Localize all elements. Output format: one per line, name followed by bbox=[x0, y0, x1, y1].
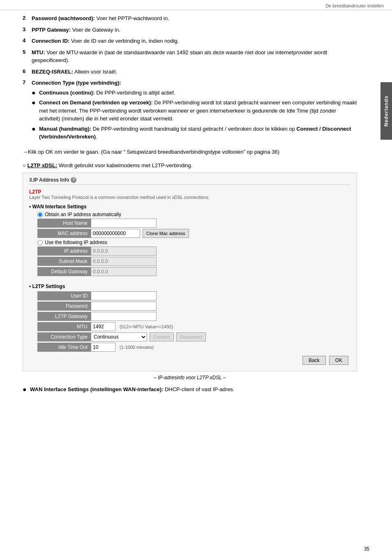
item-4-text: Voer de ID van de verbinding in, indien … bbox=[71, 38, 179, 44]
item-6: 6 BEZEQ-ISRAEL: Alleen voor Israël. bbox=[23, 68, 357, 76]
connection-type-select[interactable]: Continuous Connect on Demand Manual bbox=[91, 332, 147, 341]
idle-timeout-input[interactable] bbox=[91, 343, 115, 352]
l2tp-settings-header: L2TP Settings bbox=[29, 284, 350, 289]
l2tp-settings-section: L2TP Settings User ID Password bbox=[29, 284, 350, 352]
mtu-input[interactable] bbox=[91, 322, 115, 331]
idle-timeout-row: Idle Time Out (1-1000 minutes) bbox=[37, 343, 350, 352]
wan-section-header: WAN Interface Settings bbox=[29, 204, 350, 210]
userid-input[interactable] bbox=[91, 291, 157, 300]
page-container: De breedbandrouter instellen Nederlands … bbox=[0, 0, 392, 558]
page-number: 35 bbox=[364, 546, 369, 552]
connection-type-label[interactable]: Connection Type bbox=[37, 332, 91, 341]
title-divider bbox=[29, 184, 350, 185]
item-number-2: 2 bbox=[23, 14, 32, 21]
subnet-mask-row: Subnet Mask bbox=[37, 257, 350, 266]
mac-input[interactable] bbox=[91, 229, 140, 238]
item-3-text: Voer de Gateway in. bbox=[72, 27, 120, 33]
sidebar-language-label: Nederlands bbox=[380, 82, 392, 140]
obtain-ip-label: Obtain an IP address automatically bbox=[45, 212, 121, 217]
item-5: 5 MTU: Voer de MTU-waarde in (laat de st… bbox=[23, 48, 357, 65]
hostname-row: Host Name bbox=[37, 219, 350, 228]
item-2-label: Password (wachtwoord): bbox=[32, 15, 95, 21]
mac-label: MAC address bbox=[37, 229, 91, 238]
bottom-bullet-bold: WAN Interface Settings (instellingen WAN… bbox=[30, 386, 163, 392]
default-gateway-label: Default Gateway bbox=[37, 267, 91, 276]
default-gateway-row: Default Gateway bbox=[37, 267, 350, 276]
default-gateway-input[interactable] bbox=[91, 267, 157, 276]
form-box: 3.IP Address Info ? L2TP Layer Two Tunne… bbox=[23, 173, 357, 371]
l2tp-gateway-input[interactable] bbox=[91, 312, 157, 321]
form-bottom-buttons: Back OK bbox=[29, 356, 350, 365]
bullet-manual-bold: Manual (handmatig): bbox=[39, 126, 91, 132]
obtain-ip-radio-row[interactable]: Obtain an IP address automatically bbox=[37, 212, 350, 217]
mtu-label: MTU bbox=[37, 322, 91, 331]
item-6-text: Alleen voor Israël. bbox=[74, 69, 117, 75]
bullet-continuous: ● Continuous (continu): De PPP-verbindin… bbox=[32, 89, 357, 97]
bullet-continuous-text: De PPP-verbinding is altijd actief. bbox=[95, 90, 175, 96]
userid-row: User ID bbox=[37, 291, 350, 300]
bottom-bullet: ● WAN Interface Settings (instellingen W… bbox=[23, 385, 357, 394]
use-ip-radio-row[interactable]: Use the following IP address bbox=[37, 240, 350, 245]
item-number-4: 4 bbox=[23, 37, 32, 44]
bottom-bullet-text: DHCP-client of vast IP-adres. bbox=[165, 386, 235, 392]
connect-button[interactable]: Connect bbox=[150, 332, 174, 341]
password-label: Password bbox=[37, 302, 91, 311]
arrow-paragraph: →Klik op OK om verder te gaan. (Ga naar … bbox=[23, 148, 357, 156]
ok-button[interactable]: OK bbox=[329, 356, 348, 365]
clone-mac-button[interactable]: Clone Mac address bbox=[143, 229, 189, 238]
hostname-label: Host Name bbox=[37, 219, 91, 228]
idle-timeout-hint: (1-1000 minutes) bbox=[120, 345, 154, 350]
bullet-manual-text2: . bbox=[96, 134, 97, 140]
item-6-label: BEZEQ-ISRAEL: bbox=[32, 69, 73, 75]
bullet-continuous-bold: Continuous (continu): bbox=[39, 90, 95, 96]
item-number-5: 5 bbox=[23, 48, 32, 55]
item-7-label: Connection Type (type verbinding): bbox=[32, 80, 121, 86]
obtain-ip-radio[interactable] bbox=[37, 212, 43, 217]
item-7-bullets: ● Continuous (continu): De PPP-verbindin… bbox=[32, 89, 357, 141]
hostname-input[interactable] bbox=[91, 219, 157, 228]
mtu-hint: (512<=MTU Value<=1492) bbox=[120, 324, 173, 329]
password-row: Password bbox=[37, 302, 350, 311]
main-content: 2 Password (wachtwoord): Voer het PPTP-w… bbox=[0, 10, 380, 402]
mac-row: MAC address Clone Mac address bbox=[37, 229, 350, 238]
item-number-3: 3 bbox=[23, 26, 32, 32]
use-ip-radio[interactable] bbox=[37, 240, 43, 245]
bullet-cod-bold: Connect on Demand (verbinden op verzoek)… bbox=[39, 99, 153, 106]
ip-address-input[interactable] bbox=[91, 247, 157, 256]
item-3: 3 PPTP Gateway: Voer de Gateway in. bbox=[23, 26, 357, 34]
idle-timeout-label: Idle Time Out bbox=[37, 343, 91, 352]
item-5-text: Voer de MTU-waarde in (laat de standaard… bbox=[32, 49, 327, 64]
item-number-6: 6 bbox=[23, 68, 32, 74]
ip-address-label: IP address bbox=[37, 247, 91, 256]
header-text: De breedbandrouter instellen bbox=[325, 3, 384, 8]
page-header: De breedbandrouter instellen bbox=[0, 0, 392, 10]
connection-type-row: Connection Type Continuous Connect on De… bbox=[37, 332, 350, 341]
form-title: 3.IP Address Info ? bbox=[29, 177, 350, 183]
item-2-text: Voer het PPTP-wachtwoord in. bbox=[96, 15, 169, 21]
password-input[interactable] bbox=[91, 302, 157, 311]
bullet-manual-text: De PPP-verbinding wordt handmatig tot st… bbox=[91, 126, 296, 132]
subnet-mask-input[interactable] bbox=[91, 257, 157, 266]
item-number-7: 7 bbox=[23, 79, 32, 85]
form-l2tp-label: L2TP bbox=[29, 189, 350, 195]
l2tp-gateway-label: L2TP Gateway bbox=[37, 312, 91, 321]
item-4: 4 Connection ID: Voer de ID van de verbi… bbox=[23, 37, 357, 45]
bullet-connect-on-demand: ● Connect on Demand (verbinden op verzoe… bbox=[32, 99, 357, 123]
userid-label: User ID bbox=[37, 291, 91, 300]
item-7: 7 Connection Type (type verbinding): ● C… bbox=[23, 79, 357, 143]
l2tp-intro-label: L2TP xDSL: bbox=[27, 162, 57, 168]
item-2: 2 Password (wachtwoord): Voer het PPTP-w… bbox=[23, 14, 357, 23]
mtu-row: MTU (512<=MTU Value<=1492) bbox=[37, 322, 350, 331]
form-l2tp-desc: Layer Two Tunneling Protocol is a common… bbox=[29, 195, 350, 200]
back-button[interactable]: Back bbox=[302, 356, 326, 365]
ip-address-row: IP address bbox=[37, 247, 350, 256]
subnet-mask-label: Subnet Mask bbox=[37, 257, 91, 266]
l2tp-gateway-row: L2TP Gateway bbox=[37, 312, 350, 321]
help-icon[interactable]: ? bbox=[71, 177, 76, 183]
item-5-label: MTU: bbox=[32, 49, 45, 55]
form-caption: – IP-adresinfo voor L2TP xDSL – bbox=[23, 375, 357, 380]
disconnect-button[interactable]: Disconnect bbox=[176, 332, 206, 341]
l2tp-intro-text: Wordt gebruikt voor kabelmodems met L2TP… bbox=[57, 162, 192, 168]
item-4-label: Connection ID: bbox=[32, 38, 69, 44]
wan-section: WAN Interface Settings Obtain an IP addr… bbox=[29, 204, 350, 276]
